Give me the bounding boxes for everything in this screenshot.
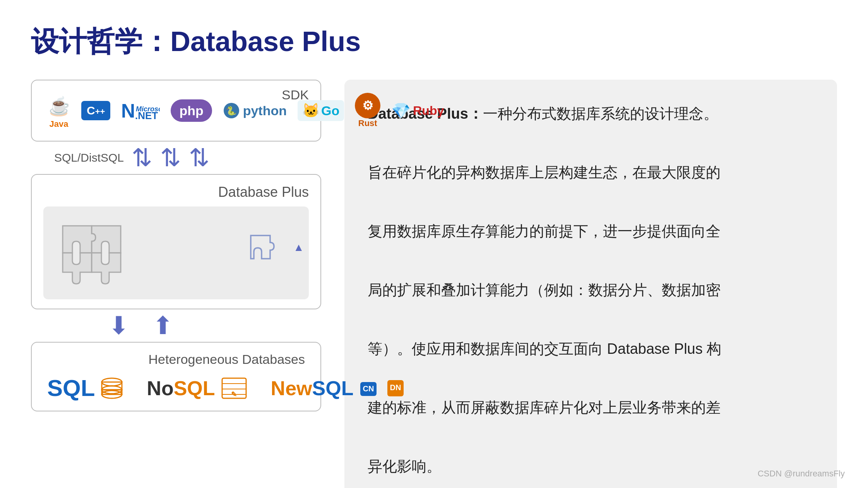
sql-db-icon [100,377,123,400]
description-text: Database Plus：一种分布式数据库系统的设计理念。 旨在碎片化的异构数… [368,99,814,481]
python-lang-icon: 🐍 python [223,102,287,119]
java-icon: ☕ [47,92,70,119]
left-diagram: SDK ☕ Java C++ [31,80,321,488]
arrow-updown-2: ⇅ [160,145,181,170]
puzzle-group-icon [55,218,140,288]
rust-icon: ⚙ [355,93,380,118]
svg-text:.NET: .NET [135,110,158,121]
dbplus-label: Database Plus [43,184,309,200]
nosql-text: NoSQL [147,377,215,400]
newsql-cn-icon: CN [359,377,386,400]
svg-text:N: N [121,100,135,122]
arrow-up-icon: ⬆ [152,313,173,338]
arrow-group: ⇅ ⇅ ⇅ [132,145,210,170]
newsql-dn-icon: DN [386,379,405,398]
newsql-icons: CN DN [359,377,405,400]
arrow-updown-1: ⇅ [132,145,152,170]
dbplus-inner: ▲ [43,206,309,299]
sql-arrows-section: SQL/DistSQL ⇅ ⇅ ⇅ [31,142,321,174]
svg-text:🐍: 🐍 [226,106,237,116]
nosql-db-item: NoSQL ✎ [147,377,247,400]
sql-db-item: SQL [47,375,123,401]
cpp-lang-icon: C++ [81,101,110,120]
go-icon: 🐱 Go [298,100,344,121]
page-container: 设计哲学：Database Plus SDK ☕ Java [0,0,868,488]
svg-text:DN: DN [390,383,401,392]
java-lang-icon: ☕ Java [47,92,70,129]
php-icon: php [171,99,212,122]
hetero-box: Heterogeneous Databases SQL [31,342,321,411]
watermark: CSDN @rundreamsFly [758,469,845,479]
arrows-bottom: ⬇ ⬆ [31,309,321,342]
php-lang-icon: php [171,99,212,122]
go-lang-icon: 🐱 Go [298,100,344,121]
page-title: 设计哲学：Database Plus [31,23,837,60]
sdk-icons-row: ☕ Java C++ N [47,92,305,129]
sdk-label: SDK [282,87,309,102]
content-area: SDK ☕ Java C++ [31,80,837,488]
arrow-down-icon: ⬇ [108,313,129,338]
dbplus-box: Database Plus [31,174,321,309]
description-box: Database Plus：一种分布式数据库系统的设计理念。 旨在碎片化的异构数… [344,80,837,488]
db-types-row: SQL NoSQL [47,375,305,401]
hetero-label: Heterogeneous Databases [47,352,305,367]
sdk-box: SDK ☕ Java C++ [31,80,321,142]
nosql-db-icon: ✎ [221,377,248,400]
right-panel: Database Plus：一种分布式数据库系统的设计理念。 旨在碎片化的异构数… [344,80,837,488]
rust-lang-icon: ⚙ Rust [355,93,380,128]
svg-text:CN: CN [363,384,374,393]
ruby-icon: 💎 Ruby [391,102,444,120]
svg-text:✎: ✎ [231,391,236,398]
puzzle-connector: ▲ [247,232,297,274]
sql-label: SQL/DistSQL [54,151,124,164]
puzzle-single-icon [247,232,289,274]
dotnet-lang-icon: N Microsoft .NET [121,99,160,122]
newsql-text: NewSQL [271,377,354,400]
sql-text: SQL [47,375,95,401]
cpp-icon: C++ [81,101,110,120]
arrow-updown-3: ⇅ [189,145,210,170]
newsql-db-item: NewSQL CN DN [271,377,406,400]
svg-text:☕: ☕ [49,96,70,116]
dotnet-icon: N Microsoft .NET [121,99,160,122]
python-icon: 🐍 python [223,102,287,119]
ruby-lang-icon: 💎 Ruby [391,102,444,120]
